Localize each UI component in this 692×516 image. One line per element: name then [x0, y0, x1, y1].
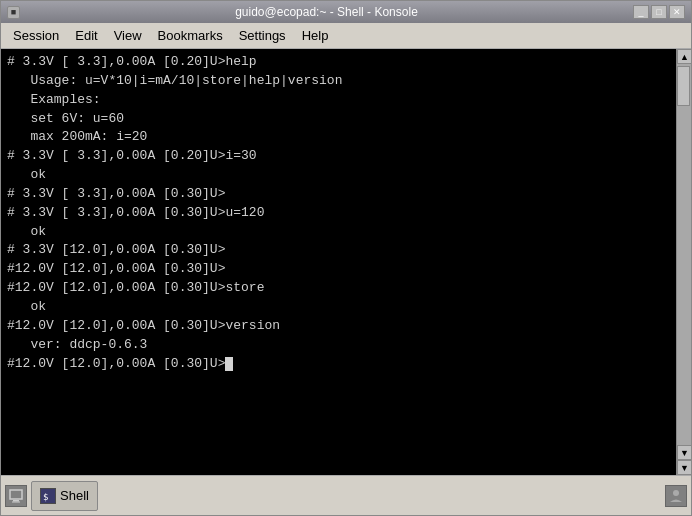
menu-edit[interactable]: Edit	[67, 26, 105, 45]
svg-text:$: $	[43, 492, 48, 502]
title-bar: ■ guido@ecopad:~ - Shell - Konsole _ □ ✕	[1, 1, 691, 23]
menubar: Session Edit View Bookmarks Settings Hel…	[1, 23, 691, 49]
scroll-track[interactable]	[677, 64, 691, 445]
scrollbar[interactable]: ▲ ▼ ▼	[676, 49, 691, 475]
scroll-bottom-buttons: ▼ ▼	[677, 445, 691, 475]
person-icon	[669, 489, 683, 503]
scroll-down-button-1[interactable]: ▼	[677, 445, 691, 460]
scroll-down-button-2[interactable]: ▼	[677, 460, 691, 475]
svg-rect-1	[13, 500, 19, 502]
taskbar: $ Shell	[1, 475, 691, 515]
title-bar-controls: _ □ ✕	[633, 5, 685, 19]
terminal-area[interactable]: # 3.3V [ 3.3],0.00A [0.20]U>help Usage: …	[1, 49, 691, 475]
main-window: ■ guido@ecopad:~ - Shell - Konsole _ □ ✕…	[0, 0, 692, 516]
window-menu-button[interactable]: ■	[7, 6, 20, 19]
terminal-output[interactable]: # 3.3V [ 3.3],0.00A [0.20]U>help Usage: …	[1, 49, 676, 475]
window-title: guido@ecopad:~ - Shell - Konsole	[20, 5, 633, 19]
scroll-thumb[interactable]	[677, 66, 690, 106]
svg-point-5	[673, 490, 679, 496]
terminal-cursor	[225, 357, 233, 371]
menu-bookmarks[interactable]: Bookmarks	[150, 26, 231, 45]
close-button[interactable]: ✕	[669, 5, 685, 19]
minimize-button[interactable]: _	[633, 5, 649, 19]
menu-settings[interactable]: Settings	[231, 26, 294, 45]
menu-session[interactable]: Session	[5, 26, 67, 45]
maximize-button[interactable]: □	[651, 5, 667, 19]
shell-taskbar-button[interactable]: $ Shell	[31, 481, 98, 511]
shell-icon: $	[40, 488, 56, 504]
monitor-icon	[9, 489, 23, 503]
shell-label: Shell	[60, 488, 89, 503]
svg-rect-2	[12, 501, 20, 502]
taskbar-right-icon[interactable]	[665, 485, 687, 507]
title-bar-left: ■	[7, 6, 20, 19]
taskbar-left-icon[interactable]	[5, 485, 27, 507]
svg-rect-0	[10, 490, 22, 499]
menu-help[interactable]: Help	[294, 26, 337, 45]
scroll-up-button[interactable]: ▲	[677, 49, 691, 64]
menu-view[interactable]: View	[106, 26, 150, 45]
